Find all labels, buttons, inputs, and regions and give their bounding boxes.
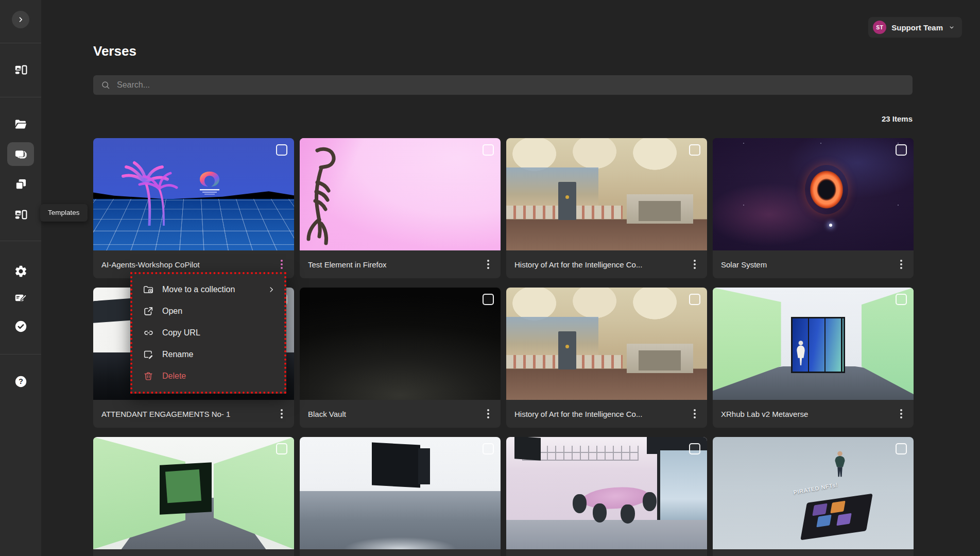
chevron-right-icon	[16, 15, 25, 24]
select-checkbox[interactable]	[689, 443, 700, 454]
verse-thumbnail[interactable]	[93, 437, 294, 549]
select-checkbox[interactable]	[896, 443, 907, 454]
verse-card[interactable]: XRhub Lab v2 Metaverse	[713, 288, 914, 428]
sidebar-item-spaces[interactable]	[9, 58, 32, 81]
verse-title: Test Element in Firefox	[308, 260, 479, 269]
room-door	[558, 331, 576, 369]
context-menu-item-label: Rename	[162, 350, 276, 359]
more-options-button[interactable]	[278, 257, 286, 272]
verse-card[interactable]: History of Art for the Intelligence Co..…	[506, 288, 707, 428]
sidebar-item-files[interactable]	[9, 113, 32, 136]
sidebar-item-verses[interactable]	[7, 142, 34, 166]
green-screen	[165, 469, 201, 503]
verse-card[interactable]: AI-Agents-Workshop CoPilot	[93, 138, 294, 278]
sidebar-item-feedback[interactable]	[9, 287, 32, 309]
more-options-button[interactable]	[278, 406, 286, 422]
card-title-bar	[713, 549, 914, 556]
verse-card[interactable]: PIRATED NFTs!	[713, 437, 914, 556]
items-count: 23 Items	[93, 114, 913, 123]
chair	[573, 494, 587, 513]
verse-thumbnail[interactable]	[300, 288, 501, 400]
device-layout-icon	[14, 208, 28, 222]
select-checkbox[interactable]	[689, 294, 700, 305]
verse-card[interactable]	[93, 437, 294, 556]
rename-icon	[143, 349, 154, 360]
card-title-bar	[93, 549, 294, 556]
search-input[interactable]	[117, 80, 905, 90]
sidebar-item-templates[interactable]	[9, 203, 32, 226]
select-checkbox[interactable]	[483, 144, 494, 156]
sidebar-item-help[interactable]: ?	[9, 370, 32, 393]
more-options-button[interactable]	[484, 406, 492, 422]
sidebar-divider	[0, 354, 41, 355]
nft-tile	[816, 514, 831, 527]
verse-card[interactable]: History of Art for the Intelligence Co..…	[506, 138, 707, 278]
verse-card[interactable]: Test Element in Firefox	[300, 138, 501, 278]
verse-thumbnail[interactable]	[300, 138, 501, 250]
select-checkbox[interactable]	[896, 294, 907, 305]
more-options-button[interactable]	[484, 257, 492, 272]
user-menu-button[interactable]: ST Support Team	[868, 17, 962, 38]
select-checkbox[interactable]	[896, 144, 907, 156]
dark-panel-side	[418, 448, 430, 484]
context-menu-item-label: Delete	[162, 372, 276, 381]
trash-icon	[143, 370, 154, 382]
verse-thumbnail[interactable]	[300, 437, 501, 549]
select-checkbox[interactable]	[276, 443, 287, 454]
context-menu-item-label: Move to a collection	[162, 285, 259, 294]
avatar-figure	[795, 329, 806, 378]
window-wall	[657, 450, 708, 520]
fresco-mural	[506, 167, 598, 206]
verse-thumbnail[interactable]	[93, 138, 294, 250]
chevron-down-icon	[948, 24, 955, 31]
verse-card[interactable]	[506, 437, 707, 556]
card-title-bar	[506, 549, 707, 556]
context-menu-item-move-to-a-collection[interactable]: Move to a collection	[132, 279, 284, 300]
context-menu-item-copy-url[interactable]: Copy URL	[132, 322, 284, 344]
copy-icon	[14, 177, 28, 191]
card-edit-icon	[14, 291, 28, 305]
avatar: ST	[873, 21, 886, 34]
verse-card[interactable]	[300, 437, 501, 556]
sidebar-item-approvals[interactable]	[9, 315, 32, 338]
verse-thumbnail[interactable]	[506, 288, 707, 400]
verse-title: History of Art for the Intelligence Co..…	[514, 410, 685, 418]
expand-sidebar-button[interactable]	[12, 11, 29, 28]
context-menu-item-delete[interactable]: Delete	[132, 365, 284, 387]
verse-card[interactable]: Solar System	[713, 138, 914, 278]
more-options-button[interactable]	[897, 257, 905, 272]
verse-title: Black Vault	[308, 410, 479, 418]
nft-scene-text: PIRATED NFTs!	[793, 481, 838, 495]
search-bar[interactable]	[93, 75, 913, 95]
more-options-button[interactable]	[897, 406, 905, 422]
copilot-logo	[192, 170, 228, 200]
verse-thumbnail[interactable]	[713, 288, 914, 400]
verse-thumbnail[interactable]: PIRATED NFTs!	[713, 437, 914, 549]
verse-thumbnail[interactable]	[713, 138, 914, 250]
verse-thumbnail[interactable]	[506, 138, 707, 250]
more-options-button[interactable]	[691, 257, 699, 272]
page-title: Verses	[93, 43, 136, 59]
fireplace-opening	[639, 350, 681, 370]
sidebar-item-settings[interactable]	[9, 260, 32, 282]
more-options-button[interactable]	[691, 406, 699, 422]
select-checkbox[interactable]	[276, 144, 287, 156]
context-menu-item-open[interactable]: Open	[132, 300, 284, 322]
verse-title: XRhub Lab v2 Metaverse	[721, 410, 892, 418]
dark-band-left	[514, 437, 541, 460]
external-link-icon	[143, 306, 154, 317]
select-checkbox[interactable]	[483, 294, 494, 305]
verse-thumbnail[interactable]	[506, 437, 707, 549]
context-menu-item-rename[interactable]: Rename	[132, 344, 284, 365]
help-circle-icon: ?	[14, 375, 28, 389]
card-title-bar: Black Vault	[300, 400, 501, 428]
sidebar-item-elements[interactable]	[9, 173, 32, 195]
gear-icon	[14, 264, 28, 278]
verse-card[interactable]: Black Vault	[300, 288, 501, 428]
verse-title: AI-Agents-Workshop CoPilot	[101, 260, 272, 269]
layers-icon	[14, 147, 28, 161]
search-icon	[100, 80, 111, 90]
select-checkbox[interactable]	[689, 144, 700, 156]
card-title-bar: ATTENDANT ENGAGEMENTS No- 1	[93, 400, 294, 428]
select-checkbox[interactable]	[483, 443, 494, 454]
